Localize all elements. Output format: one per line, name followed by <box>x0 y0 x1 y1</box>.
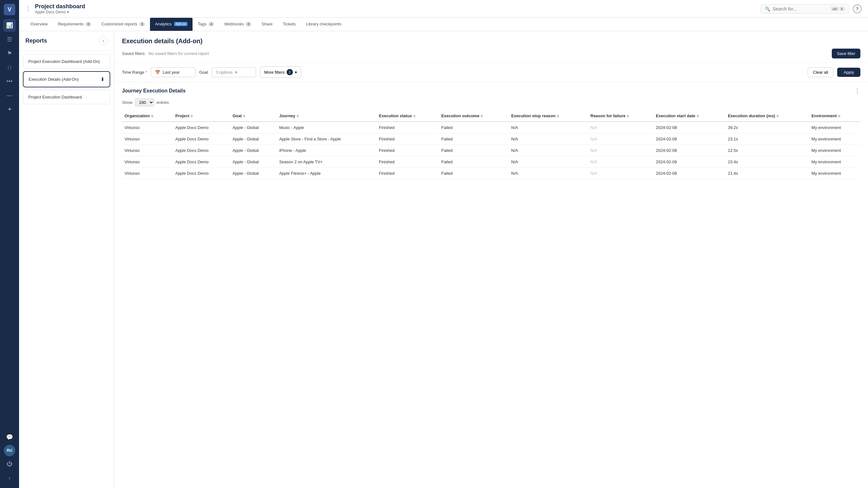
col-organization[interactable]: Organization ⇅ <box>122 110 173 122</box>
table-row: VirtuosoApple Docs DemoApple - GlobalMus… <box>122 122 860 133</box>
save-filter-button[interactable]: Save filter <box>832 49 860 58</box>
table-cell: Apple Docs Demo <box>173 133 230 145</box>
table-cell: Virtuoso <box>122 133 173 145</box>
table-cell: Failed <box>439 168 509 179</box>
goal-selector[interactable]: 3 options ▾ <box>212 67 256 77</box>
col-goal[interactable]: Goal ⇅ <box>230 110 277 122</box>
table-cell: N/A <box>509 133 588 145</box>
sidebar-icon-chat[interactable]: 💬 <box>3 431 16 444</box>
table-cell: 21.4s <box>725 168 809 179</box>
table-cell: iPhone - Apple <box>277 145 376 156</box>
content-area: Reports ‹ Project Execution Dashboard (A… <box>19 31 868 488</box>
journey-execution-table: Organization ⇅ Project ⇅ Goal ⇅ Journey … <box>122 110 860 179</box>
table-cell: Finished <box>376 156 439 168</box>
show-entries-control: Show 100 50 25 entries <box>122 98 860 106</box>
col-reason-for-failure[interactable]: Reason for failure ⇅ <box>588 110 653 122</box>
table-cell: N/A <box>588 133 653 145</box>
main-panel: Execution details (Add-on) Saved filters… <box>114 31 868 488</box>
col-execution-stop-reason[interactable]: Execution stop reason ⇅ <box>509 110 588 122</box>
reports-title: Reports <box>25 37 47 44</box>
entries-selector[interactable]: 100 50 25 <box>135 98 154 106</box>
table-area: Journey Execution Details ⋮ Show 100 50 … <box>114 82 868 488</box>
table-cell: Season 2 on Apple TV+ <box>277 156 376 168</box>
workspace-selector[interactable]: Apple Docs Demo ▾ <box>35 10 757 14</box>
tab-overview[interactable]: Overview <box>25 18 53 31</box>
more-filters-badge: 2 <box>286 69 293 75</box>
table-body: VirtuosoApple Docs DemoApple - GlobalMus… <box>122 122 860 179</box>
col-environment[interactable]: Environment ⇅ <box>809 110 860 122</box>
page-title: Project dashboard <box>35 3 757 10</box>
table-cell: Apple - Global <box>230 122 277 133</box>
table-cell: 2024-02-08 <box>653 145 725 156</box>
table-cell: Finished <box>376 122 439 133</box>
col-project[interactable]: Project ⇅ <box>173 110 230 122</box>
menu-icon[interactable]: ⋮ <box>25 5 31 12</box>
sidebar-icon-expand[interactable]: › <box>3 471 16 484</box>
reports-sidebar: Reports ‹ Project Execution Dashboard (A… <box>19 31 114 488</box>
table-options-icon[interactable]: ⋮ <box>854 87 860 95</box>
apply-button[interactable]: Apply <box>837 68 860 77</box>
table-cell: 12.5s <box>725 145 809 156</box>
table-cell: Virtuoso <box>122 145 173 156</box>
table-cell: Apple Docs Demo <box>173 145 230 156</box>
col-journey[interactable]: Journey ⇅ <box>277 110 376 122</box>
report-item-project-execution-addon[interactable]: Project Execution Dashboard (Add-On) <box>23 54 110 69</box>
table-cell: 2024-02-08 <box>653 156 725 168</box>
time-range-selector[interactable]: 📅 Last year <box>151 67 195 77</box>
table-cell: N/A <box>509 145 588 156</box>
search-input[interactable] <box>773 6 828 11</box>
table-cell: Apple Docs Demo <box>173 168 230 179</box>
table-cell: My environment <box>809 168 860 179</box>
table-row: VirtuosoApple Docs DemoApple - GlobalApp… <box>122 168 860 179</box>
table-row: VirtuosoApple Docs DemoApple - GlobalApp… <box>122 133 860 145</box>
top-header: ⋮ Project dashboard Apple Docs Demo ▾ 🔍 … <box>19 0 868 18</box>
more-filters-button[interactable]: More filters 2 ▾ <box>260 66 301 78</box>
tab-tags[interactable]: Tags 4 <box>192 18 219 31</box>
user-avatar[interactable]: RU <box>4 445 15 456</box>
collapse-sidebar-button[interactable]: ‹ <box>99 36 108 45</box>
panel-title: Execution details (Add-on) <box>122 37 860 45</box>
app-logo[interactable]: V <box>4 4 15 15</box>
tab-library-checkpoints[interactable]: Library checkpoints <box>301 18 347 31</box>
sidebar-icon-flag[interactable]: ⚑ <box>3 47 16 60</box>
saved-filters-row: Saved filters No saved filters for curre… <box>122 49 860 58</box>
tab-analytics[interactable]: Analytics Add-on <box>150 18 192 31</box>
chevron-down-icon: ▾ <box>67 10 69 14</box>
sidebar-icon-analytics[interactable]: 📊 <box>3 19 16 32</box>
help-button[interactable]: ? <box>853 4 862 13</box>
col-execution-status[interactable]: Execution status ⇅ <box>376 110 439 122</box>
sidebar-icon-code[interactable]: { } <box>3 61 16 74</box>
report-item-project-execution-dashboard[interactable]: Project Execution Dashboard <box>23 90 110 104</box>
table-cell: 2024-02-08 <box>653 133 725 145</box>
tab-requirements[interactable]: Requirements 0 <box>53 18 96 31</box>
table-cell: Virtuoso <box>122 122 173 133</box>
tab-tickets[interactable]: Tickets <box>278 18 301 31</box>
col-execution-start-date[interactable]: Execution start date ⇅ <box>653 110 725 122</box>
goal-label: Goal <box>199 70 208 75</box>
table-cell: Apple - Global <box>230 168 277 179</box>
table-cell: My environment <box>809 122 860 133</box>
report-item-execution-details-addon[interactable]: Execution Details (Add-On) ⬇ <box>23 71 110 87</box>
chevron-down-icon: ▾ <box>235 70 237 75</box>
clear-all-button[interactable]: Clear all <box>808 67 834 77</box>
col-execution-duration[interactable]: Execution duration (ms) ⇅ <box>725 110 809 122</box>
table-cell: Apple Fitness+ - Apple <box>277 168 376 179</box>
col-execution-outcome[interactable]: Execution outcome ⇅ <box>439 110 509 122</box>
download-icon[interactable]: ⬇ <box>100 76 104 82</box>
reports-list: Project Execution Dashboard (Add-On) Exe… <box>19 51 114 108</box>
tab-webhooks[interactable]: Webhooks 0 <box>219 18 256 31</box>
tab-customized-reports[interactable]: Customized reports 3 <box>96 18 150 31</box>
table-cell: Failed <box>439 145 509 156</box>
sidebar-icon-more[interactable]: ••• <box>3 75 16 88</box>
table-cell: Virtuoso <box>122 156 173 168</box>
table-row: VirtuosoApple Docs DemoApple - GlobalSea… <box>122 156 860 168</box>
sidebar-icon-tools[interactable]: ✦ <box>3 103 16 116</box>
table-cell: My environment <box>809 133 860 145</box>
sidebar-icon-power[interactable]: ⏻ <box>3 458 16 470</box>
table-section-title: Journey Execution Details <box>122 88 186 94</box>
table-cell: N/A <box>588 168 653 179</box>
table-cell: Failed <box>439 156 509 168</box>
sidebar-icon-list[interactable]: ☰ <box>3 33 16 46</box>
search-bar[interactable]: 🔍 ctrl K <box>761 4 849 14</box>
tab-share[interactable]: Share <box>256 18 278 31</box>
